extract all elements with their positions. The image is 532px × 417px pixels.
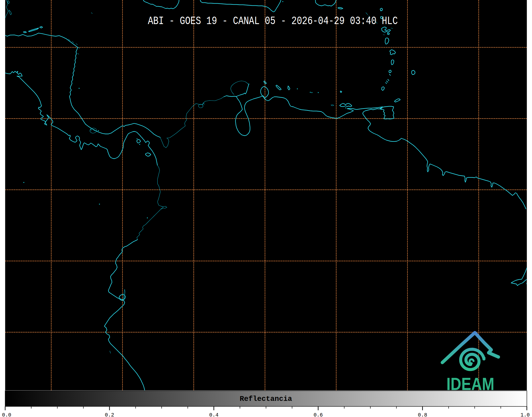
svg-text:0.0: 0.0 [2, 412, 11, 417]
svg-text:0.4: 0.4 [209, 412, 219, 417]
svg-text:ABI - GOES 19 - CANAL 05 - 202: ABI - GOES 19 - CANAL 05 - 2026-04-29 03… [148, 15, 398, 27]
svg-text:Reflectancia: Reflectancia [240, 395, 292, 403]
svg-text:0.2: 0.2 [105, 412, 114, 417]
svg-text:1.0: 1.0 [520, 412, 530, 417]
svg-text:0.8: 0.8 [418, 412, 427, 417]
svg-text:0.6: 0.6 [313, 412, 323, 417]
